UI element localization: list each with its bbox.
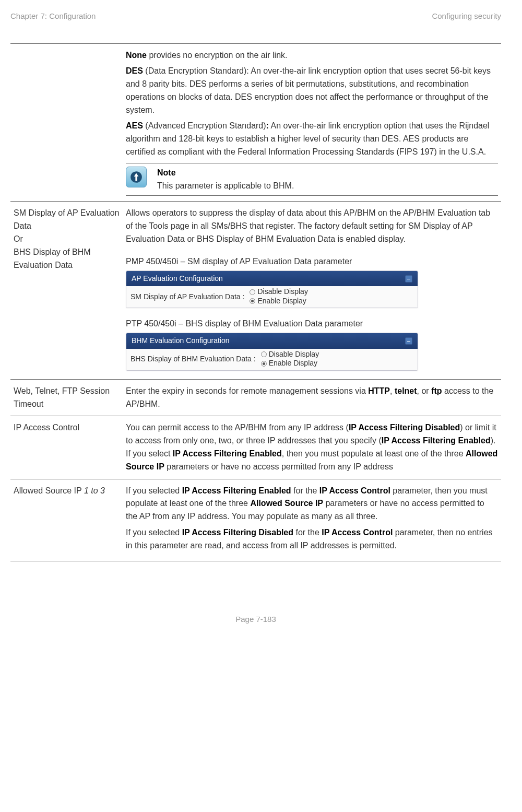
config-table: None provides no encryption on the air l… bbox=[10, 43, 501, 561]
field-label: SM Display of AP Evaluation Data : bbox=[130, 287, 246, 305]
page-header: Chapter 7: Configuration Configuring sec… bbox=[10, 10, 501, 22]
row-label: SM Display of AP Evaluation Data Or BHS … bbox=[10, 202, 123, 379]
bold-text: IP Access Control bbox=[322, 528, 393, 537]
row-label: Web, Telnet, FTP Session Timeout bbox=[10, 379, 123, 416]
table-row: IP Access Control You can permit access … bbox=[10, 416, 501, 479]
body-text: Allows operators to suppress the display… bbox=[126, 207, 498, 245]
row-description: You can permit access to the AP/BHM from… bbox=[123, 416, 501, 479]
panel-caption: PMP 450/450i – SM display of AP Evaluati… bbox=[126, 255, 498, 268]
radio-option-disable[interactable]: Disable Display bbox=[250, 287, 307, 297]
panel-header-title: BHM Evaluation Configuration bbox=[132, 335, 230, 347]
radio-option-enable[interactable]: Enable Display bbox=[250, 297, 307, 306]
bold-text: IP Access Filtering Disabled bbox=[182, 528, 293, 537]
panel-caption: PTP 450/450i – BHS display of BHM Evalua… bbox=[126, 317, 498, 331]
bold-text: IP Access Filtering Disabled bbox=[349, 423, 460, 432]
bold-text: AES bbox=[126, 121, 143, 130]
note-box: Note This parameter is applicable to BHM… bbox=[126, 163, 498, 196]
panel-header: BHM Evaluation Configuration bbox=[126, 333, 418, 349]
bold-text: Allowed Source IP bbox=[250, 499, 323, 508]
field-label: BHS Display of BHM Evaluation Data : bbox=[130, 350, 258, 368]
row-label: Allowed Source IP 1 to 3 bbox=[10, 479, 123, 561]
radio-icon[interactable] bbox=[261, 361, 267, 367]
table-row: SM Display of AP Evaluation Data Or BHS … bbox=[10, 202, 501, 379]
radio-icon[interactable] bbox=[250, 298, 255, 304]
radio-label: Disable Display bbox=[257, 287, 307, 297]
body-text: You can permit access to the AP/BHM from… bbox=[126, 423, 349, 432]
radio-label: Disable Display bbox=[269, 350, 319, 359]
radio-icon[interactable] bbox=[261, 351, 267, 357]
radio-option-enable[interactable]: Enable Display bbox=[261, 359, 319, 368]
body-text: for the bbox=[293, 528, 322, 537]
row-label: IP Access Control bbox=[10, 416, 123, 479]
ap-eval-config-panel: AP Evaluation Configuration SM Display o… bbox=[126, 270, 418, 309]
label-italic: 1 to 3 bbox=[84, 486, 105, 495]
radio-label: Enable Display bbox=[257, 297, 306, 306]
table-row: None provides no encryption on the air l… bbox=[10, 43, 501, 202]
body-text: (Data Encryption Standard): An over-the-… bbox=[126, 66, 491, 114]
bold-text: telnet bbox=[395, 386, 417, 395]
bold-text: None bbox=[126, 51, 147, 60]
body-text: , or bbox=[417, 386, 432, 395]
section-label: Configuring security bbox=[432, 10, 501, 22]
body-text: parameters or have no access permitted f… bbox=[164, 462, 393, 471]
label-text: BHS Display of BHM Evaluation Data bbox=[14, 246, 120, 272]
bhm-eval-config-panel: BHM Evaluation Configuration BHS Display… bbox=[126, 333, 418, 371]
bold-text: ftp bbox=[431, 386, 442, 395]
body-text: for the bbox=[291, 486, 319, 495]
body-text: provides no encryption on the air link. bbox=[147, 51, 287, 60]
radio-icon[interactable] bbox=[250, 289, 255, 295]
collapse-icon[interactable] bbox=[405, 337, 412, 345]
body-text: If you selected bbox=[126, 528, 182, 537]
bold-text: DES bbox=[126, 66, 143, 75]
label-text: Or bbox=[14, 233, 120, 246]
radio-label: Enable Display bbox=[269, 359, 317, 368]
bold-text: IP Access Filtering Enabled bbox=[173, 449, 282, 458]
body-text: If you selected bbox=[126, 486, 182, 495]
bold-text: HTTP bbox=[368, 386, 390, 395]
panel-header-title: AP Evaluation Configuration bbox=[132, 273, 223, 285]
body-text: , bbox=[390, 386, 395, 395]
collapse-icon[interactable] bbox=[405, 275, 412, 283]
chapter-label: Chapter 7: Configuration bbox=[10, 10, 96, 22]
row-description: None provides no encryption on the air l… bbox=[123, 43, 501, 202]
bold-text: IP Access Control bbox=[319, 486, 390, 495]
note-body: This parameter is applicable to BHM. bbox=[157, 180, 498, 193]
bold-text: IP Access Filtering Enabled bbox=[182, 486, 291, 495]
body-text: , then you must populate at least one of… bbox=[282, 449, 466, 458]
panel-header: AP Evaluation Configuration bbox=[126, 271, 418, 287]
row-description: If you selected IP Access Filtering Enab… bbox=[123, 479, 501, 561]
note-title: Note bbox=[157, 167, 498, 180]
body-text: (Advanced Encryption Standard) bbox=[143, 121, 266, 130]
label-text: Allowed Source IP bbox=[14, 486, 84, 495]
bold-text: IP Access Filtering Enabled bbox=[382, 436, 491, 445]
label-text: SM Display of AP Evaluation Data bbox=[14, 207, 120, 233]
info-icon bbox=[126, 167, 147, 187]
body-text: Enter the expiry in seconds for remote m… bbox=[126, 386, 368, 395]
radio-option-disable[interactable]: Disable Display bbox=[261, 350, 319, 359]
row-label bbox=[10, 43, 123, 202]
table-row: Web, Telnet, FTP Session Timeout Enter t… bbox=[10, 379, 501, 416]
table-row: Allowed Source IP 1 to 3 If you selected… bbox=[10, 479, 501, 561]
row-description: Enter the expiry in seconds for remote m… bbox=[123, 379, 501, 416]
page-footer: Page 7-183 bbox=[10, 614, 501, 626]
row-description: Allows operators to suppress the display… bbox=[123, 202, 501, 379]
